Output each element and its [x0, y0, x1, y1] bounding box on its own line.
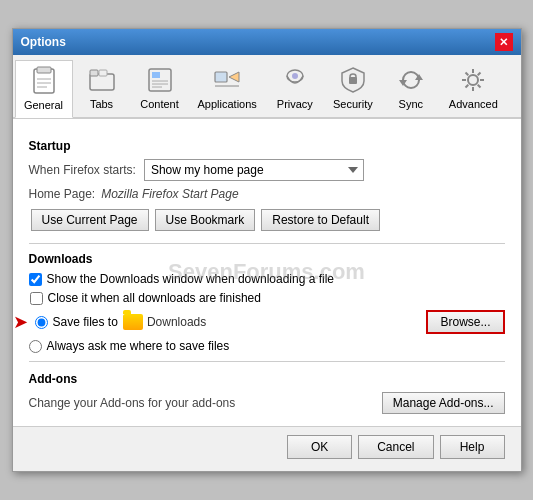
sync-icon: [395, 64, 427, 96]
svg-point-17: [292, 73, 298, 79]
footer-buttons: OK Cancel Help: [13, 426, 521, 471]
svg-marker-14: [229, 72, 239, 82]
privacy-icon: [279, 64, 311, 96]
folder-name: Downloads: [147, 315, 206, 329]
tab-label-tabs: Tabs: [90, 98, 113, 110]
svg-rect-9: [152, 72, 160, 78]
svg-line-27: [466, 73, 469, 76]
always-ask-radio[interactable]: [29, 340, 42, 353]
tab-general[interactable]: General: [15, 60, 73, 118]
tab-label-content: Content: [140, 98, 179, 110]
when-firefox-starts-label: When Firefox starts:: [29, 163, 136, 177]
addons-description: Change your Add-ons for your add-ons: [29, 396, 236, 410]
tab-security[interactable]: Security: [324, 59, 382, 117]
tabs-icon: [86, 64, 118, 96]
content-icon: [144, 64, 176, 96]
applications-icon: [211, 64, 243, 96]
close-when-finished-label: Close it when all downloads are finished: [48, 291, 261, 305]
startup-row: When Firefox starts: Show my home page S…: [29, 159, 505, 181]
addons-section: Add-ons Change your Add-ons for your add…: [29, 372, 505, 414]
content-wrapper: SevenForums.com Startup When Firefox sta…: [13, 118, 521, 426]
window-title: Options: [21, 35, 66, 49]
homepage-url: Mozilla Firefox Start Page: [101, 187, 238, 201]
close-when-finished-checkbox[interactable]: [30, 292, 43, 305]
tab-advanced[interactable]: Advanced: [440, 59, 507, 117]
options-window: Options ✕ General: [12, 28, 522, 472]
tab-tabs[interactable]: Tabs: [73, 59, 131, 117]
svg-line-28: [478, 85, 481, 88]
divider-2: [29, 361, 505, 362]
close-button[interactable]: ✕: [495, 33, 513, 51]
arrow-indicator: ➤: [13, 311, 28, 333]
use-current-page-button[interactable]: Use Current Page: [31, 209, 149, 231]
tab-label-general: General: [24, 99, 63, 111]
show-downloads-window-label: Show the Downloads window when downloadi…: [47, 272, 335, 286]
startup-dropdown[interactable]: Show my home page Show a blank page Show…: [144, 159, 364, 181]
homepage-label: Home Page:: [29, 187, 96, 201]
svg-point-22: [468, 75, 478, 85]
svg-rect-1: [37, 67, 51, 73]
downloads-section-label: Downloads: [29, 252, 505, 266]
tab-content[interactable]: Content: [131, 59, 189, 117]
svg-line-29: [478, 73, 481, 76]
svg-rect-7: [99, 70, 107, 76]
security-icon: [337, 64, 369, 96]
tab-privacy[interactable]: Privacy: [266, 59, 324, 117]
homepage-row: Home Page: Mozilla Firefox Start Page: [29, 187, 505, 201]
use-bookmark-button[interactable]: Use Bookmark: [155, 209, 256, 231]
manage-addons-button[interactable]: Manage Add-ons...: [382, 392, 505, 414]
save-files-radio[interactable]: [35, 316, 48, 329]
downloads-checkbox-2-row: Close it when all downloads are finished: [29, 291, 505, 305]
title-bar: Options ✕: [13, 29, 521, 55]
browse-button[interactable]: Browse...: [426, 310, 504, 334]
tab-bar: General Tabs: [13, 55, 521, 118]
downloads-checkbox-1-row: Show the Downloads window when downloadi…: [29, 272, 505, 286]
downloads-folder: Downloads: [123, 314, 422, 330]
tab-label-privacy: Privacy: [277, 98, 313, 110]
main-content: SevenForums.com Startup When Firefox sta…: [13, 118, 521, 426]
svg-rect-13: [215, 72, 227, 82]
advanced-icon: [457, 64, 489, 96]
always-ask-row: Always ask me where to save files: [29, 339, 505, 353]
tab-label-sync: Sync: [399, 98, 423, 110]
tab-label-applications: Applications: [198, 98, 257, 110]
save-files-row: ➤ Save files to Downloads Browse...: [29, 310, 505, 334]
folder-icon: [123, 314, 143, 330]
cancel-button[interactable]: Cancel: [358, 435, 433, 459]
svg-rect-6: [90, 70, 98, 76]
homepage-buttons: Use Current Page Use Bookmark Restore to…: [31, 209, 505, 231]
tab-sync[interactable]: Sync: [382, 59, 440, 117]
ok-button[interactable]: OK: [287, 435, 352, 459]
addons-section-label: Add-ons: [29, 372, 505, 386]
tab-label-advanced: Advanced: [449, 98, 498, 110]
tab-label-security: Security: [333, 98, 373, 110]
restore-to-default-button[interactable]: Restore to Default: [261, 209, 380, 231]
startup-section-label: Startup: [29, 139, 505, 153]
save-files-label: Save files to: [53, 315, 118, 329]
tab-applications[interactable]: Applications: [189, 59, 266, 117]
svg-line-30: [466, 85, 469, 88]
general-icon: [28, 65, 60, 97]
show-downloads-window-checkbox[interactable]: [29, 273, 42, 286]
addons-row: Change your Add-ons for your add-ons Man…: [29, 392, 505, 414]
divider-1: [29, 243, 505, 244]
always-ask-label: Always ask me where to save files: [47, 339, 230, 353]
help-button[interactable]: Help: [440, 435, 505, 459]
